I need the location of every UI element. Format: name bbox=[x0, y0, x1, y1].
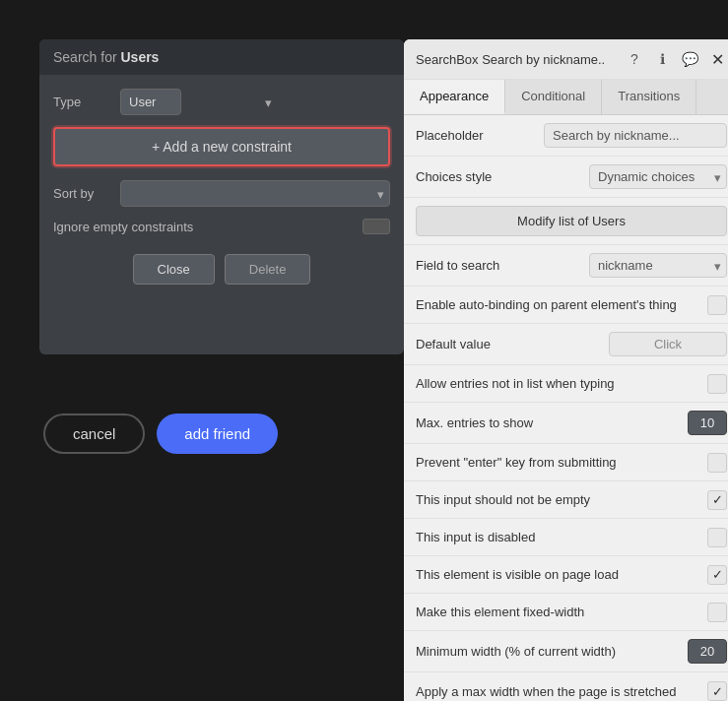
prop-max-entries: Max. entries to show 10 bbox=[404, 403, 728, 444]
auto-binding-label: Enable auto-binding on parent element's … bbox=[416, 297, 699, 312]
ignore-row: Ignore empty constraints bbox=[53, 219, 390, 234]
cancel-button[interactable]: cancel bbox=[43, 414, 145, 454]
choices-style-select-wrapper: Dynamic choices bbox=[589, 164, 727, 189]
not-empty-checkbox[interactable]: ✓ bbox=[707, 490, 727, 510]
max-entries-label: Max. entries to show bbox=[416, 415, 680, 430]
default-value-click[interactable]: Click bbox=[609, 332, 727, 356]
properties-list: Placeholder Choices style Dynamic choice… bbox=[404, 115, 728, 701]
auto-binding-checkbox[interactable] bbox=[707, 295, 727, 315]
disabled-checkbox[interactable] bbox=[707, 528, 727, 547]
add-friend-button[interactable]: add friend bbox=[157, 414, 278, 454]
field-to-search-label: Field to search bbox=[416, 258, 581, 273]
prop-allow-entries: Allow entries not in list when typing bbox=[404, 365, 728, 403]
sort-row: Sort by bbox=[53, 180, 390, 207]
field-to-search-select[interactable]: nickname bbox=[589, 253, 727, 278]
fixed-width-checkbox[interactable] bbox=[707, 603, 727, 622]
tab-conditional[interactable]: Conditional bbox=[505, 80, 602, 114]
visible-on-load-checkbox[interactable]: ✓ bbox=[707, 565, 727, 585]
left-panel-title: Search for Users bbox=[39, 39, 404, 75]
right-panel: SearchBox Search by nickname.. ? ℹ 💬 ✕ A… bbox=[404, 39, 728, 701]
prop-disabled: This input is disabled bbox=[404, 519, 728, 556]
question-icon[interactable]: ? bbox=[625, 49, 644, 69]
prop-field-to-search: Field to search nickname bbox=[404, 245, 728, 287]
prop-prevent-enter: Prevent "enter" key from submitting bbox=[404, 444, 728, 481]
modify-users-row: Modify list of Users bbox=[404, 198, 728, 245]
modify-users-button[interactable]: Modify list of Users bbox=[416, 206, 727, 236]
placeholder-input[interactable] bbox=[544, 123, 727, 148]
type-row: Type User bbox=[53, 89, 390, 115]
sort-select[interactable] bbox=[120, 180, 390, 207]
sort-select-wrapper bbox=[120, 180, 390, 207]
type-select[interactable]: User bbox=[120, 89, 181, 115]
add-constraint-button[interactable]: + Add a new constraint bbox=[53, 127, 390, 166]
disabled-label: This input is disabled bbox=[416, 530, 699, 544]
tabs-bar: Appearance Conditional Transitions bbox=[404, 80, 728, 115]
chat-icon[interactable]: 💬 bbox=[680, 49, 699, 69]
tab-transitions[interactable]: Transitions bbox=[602, 80, 696, 114]
placeholder-label: Placeholder bbox=[416, 128, 536, 143]
allow-entries-checkbox[interactable] bbox=[707, 374, 727, 394]
max-width-checkbox[interactable]: ✓ bbox=[707, 681, 727, 701]
prop-placeholder: Placeholder bbox=[404, 115, 728, 157]
sort-label: Sort by bbox=[53, 186, 112, 201]
prop-fixed-width: Make this element fixed-width bbox=[404, 594, 728, 631]
default-value-label: Default value bbox=[416, 337, 601, 351]
prop-visible-on-load: This element is visible on page load ✓ bbox=[404, 556, 728, 594]
fixed-width-label: Make this element fixed-width bbox=[416, 605, 699, 619]
title-entity: Users bbox=[120, 49, 159, 65]
prop-min-width: Minimum width (% of current width) 20 bbox=[404, 631, 728, 672]
prop-not-empty: This input should not be empty ✓ bbox=[404, 481, 728, 519]
field-to-search-select-wrapper: nickname bbox=[589, 253, 727, 278]
prevent-enter-checkbox[interactable] bbox=[707, 453, 727, 473]
action-row: Close Delete bbox=[53, 250, 390, 285]
prevent-enter-label: Prevent "enter" key from submitting bbox=[416, 455, 699, 470]
max-width-label: Apply a max width when the page is stret… bbox=[416, 684, 699, 699]
right-panel-header: SearchBox Search by nickname.. ? ℹ 💬 ✕ bbox=[404, 39, 728, 80]
prop-auto-binding: Enable auto-binding on parent element's … bbox=[404, 287, 728, 324]
allow-entries-label: Allow entries not in list when typing bbox=[416, 376, 699, 391]
right-panel-title: SearchBox Search by nickname.. bbox=[416, 52, 605, 67]
info-icon[interactable]: ℹ bbox=[652, 49, 672, 69]
min-width-value[interactable]: 20 bbox=[688, 639, 727, 664]
close-panel-icon[interactable]: ✕ bbox=[707, 49, 727, 69]
choices-style-select[interactable]: Dynamic choices bbox=[589, 164, 727, 189]
title-prefix: Search for bbox=[53, 49, 120, 65]
visible-on-load-label: This element is visible on page load bbox=[416, 567, 699, 582]
not-empty-label: This input should not be empty bbox=[416, 492, 699, 507]
prop-default-value: Default value Click bbox=[404, 324, 728, 365]
close-button[interactable]: Close bbox=[133, 254, 215, 285]
prop-choices-style: Choices style Dynamic choices bbox=[404, 157, 728, 198]
ignore-toggle[interactable] bbox=[363, 219, 390, 234]
choices-style-label: Choices style bbox=[416, 169, 581, 184]
tab-appearance[interactable]: Appearance bbox=[404, 80, 505, 114]
left-panel: Search for Users Type User + Add a new c… bbox=[39, 39, 404, 354]
delete-button[interactable]: Delete bbox=[225, 254, 311, 285]
header-icons: ? ℹ 💬 ✕ bbox=[625, 49, 727, 69]
max-entries-value[interactable]: 10 bbox=[688, 411, 727, 435]
type-select-wrapper: User bbox=[120, 89, 278, 115]
type-label: Type bbox=[53, 95, 112, 109]
ignore-label: Ignore empty constraints bbox=[53, 220, 355, 234]
min-width-label: Minimum width (% of current width) bbox=[416, 644, 680, 659]
prop-max-width: Apply a max width when the page is stret… bbox=[404, 672, 728, 701]
